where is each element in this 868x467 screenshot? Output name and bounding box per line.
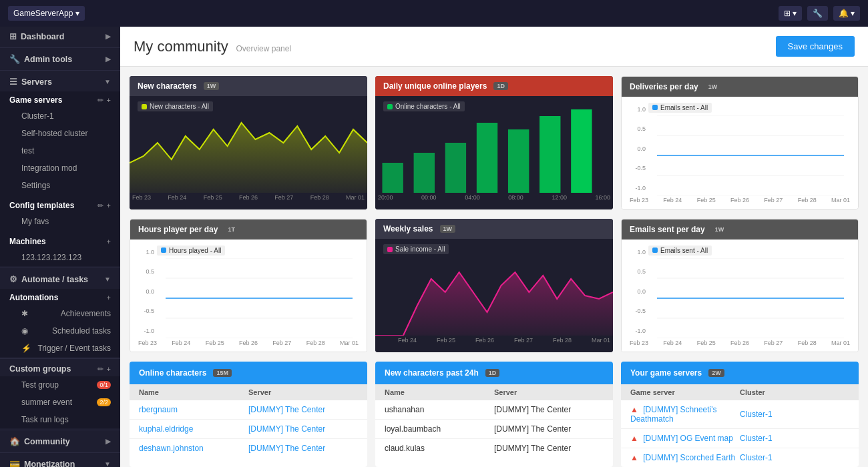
sidebar-item-automate[interactable]: ⚙ Automate / tasks ▼: [0, 270, 120, 289]
hours-player-legend-dot: [161, 248, 166, 253]
sidebar-item-self-hosted[interactable]: Self-hosted cluster: [0, 125, 120, 142]
deliveries-chart: Emails sent - All: [648, 102, 853, 195]
page-title: My community: [134, 38, 228, 55]
sidebar-item-machine-ip[interactable]: 123.123.123.123: [0, 249, 120, 266]
svg-rect-3: [445, 143, 466, 193]
settings-label: Settings: [21, 181, 50, 190]
hours-player-svg: [157, 258, 361, 338]
sidebar-item-community[interactable]: 🏠 Community ▶: [0, 432, 120, 451]
sidebar-item-settings[interactable]: Settings: [0, 177, 120, 194]
custom-groups-actions: ✏ +: [97, 365, 111, 374]
daily-unique-title: Daily unique online players: [383, 81, 487, 91]
trigger-icon: ⚡: [21, 344, 31, 353]
row1-name-link[interactable]: rbergnaum: [139, 405, 178, 414]
sidebar-item-admin-tools[interactable]: 🔧 Admin tools ▶: [0, 49, 120, 69]
machines-actions: +: [107, 238, 111, 246]
new-characters-chart: New characters - All Feb 23F: [130, 96, 367, 209]
weekly-sales-period: 1W: [440, 225, 456, 233]
gs-row3-cluster-link[interactable]: Cluster-1: [740, 453, 773, 462]
gs-row1-link[interactable]: [DUMMY] Schneeti's Deathmatch: [630, 405, 717, 424]
deliveries-legend: Emails sent - All: [648, 103, 712, 113]
gs-row2-name: ▲ [DUMMY] OG Event map: [630, 434, 740, 443]
automate-arrow: ▼: [104, 276, 111, 283]
game-servers-col-cluster: Cluster: [740, 388, 849, 396]
gs-row1-cluster-link[interactable]: Cluster-1: [740, 410, 773, 419]
row2-name-link[interactable]: kuphal.eldridge: [139, 424, 193, 434]
sidebar-item-my-favs[interactable]: My favs: [0, 213, 120, 230]
gs-row2-cluster-link[interactable]: Cluster-1: [740, 434, 773, 443]
row2-server-link[interactable]: [DUMMY] The Center: [248, 424, 325, 434]
automations-label: Automations: [9, 293, 58, 302]
emails-per-day-period: 1W: [712, 225, 728, 234]
table-row: kuphal.eldridge [DUMMY] The Center: [130, 420, 367, 439]
config-templates-actions: ✏ +: [97, 201, 111, 210]
table-row: loyal.baumbach [DUMMY] The Center: [375, 420, 613, 439]
grid-icon-btn[interactable]: ⊞ ▾: [779, 6, 802, 21]
hours-player-legend: Hours played - All: [157, 246, 225, 256]
bell-icon-btn[interactable]: 🔔 ▾: [833, 6, 860, 21]
admin-tools-icon: 🔧: [9, 54, 20, 64]
trigger-event-label: Trigger / Event tasks: [37, 344, 111, 353]
row3-server: [DUMMY] The Center: [248, 444, 358, 453]
sidebar-item-summer-event[interactable]: summer event 2/2: [0, 394, 120, 411]
new-chars-24h-table-header: New characters past 24h 1D: [375, 362, 613, 384]
sidebar-item-test[interactable]: test: [0, 142, 120, 159]
task-run-logs-label: Task run logs: [21, 415, 69, 424]
custom-groups-submenu: Test group 0/1 summer event 2/2 Task run…: [0, 376, 120, 428]
sidebar-item-test-group[interactable]: Test group 0/1: [0, 376, 120, 394]
sidebar-item-dashboard[interactable]: ⊞ Dashboard ▶: [0, 27, 120, 46]
add-icon[interactable]: +: [107, 96, 111, 105]
sidebar-item-achievements[interactable]: ✱ Achievements: [0, 305, 120, 322]
automations-add-icon[interactable]: +: [107, 294, 111, 302]
save-changes-button[interactable]: Save changes: [776, 36, 855, 57]
sidebar-item-monetization[interactable]: 💳 Monetization ▼: [0, 454, 120, 467]
edit-icon[interactable]: ✏: [97, 96, 103, 105]
emails-per-day-chart-inner: 1.0 0.5 0.0 -0.5 -1.0 Emails sent - All: [627, 245, 853, 338]
svg-rect-6: [539, 116, 560, 193]
config-edit-icon[interactable]: ✏: [97, 201, 103, 210]
content-area: My community Overview panel Save changes…: [120, 27, 868, 467]
row1-server-link[interactable]: [DUMMY] The Center: [248, 405, 325, 414]
gs-row3-link[interactable]: [DUMMY] Scorched Earth: [643, 453, 735, 462]
nc-row1-server: [DUMMY] The Center: [494, 405, 604, 414]
sidebar-item-task-run-logs[interactable]: Task run logs: [0, 411, 120, 428]
new-characters-card: New characters 1W New characters - All: [130, 76, 367, 209]
config-add-icon[interactable]: +: [107, 201, 111, 210]
custom-groups-add-icon[interactable]: +: [107, 365, 111, 374]
integration-mod-label: Integration mod: [21, 163, 77, 173]
game-servers-table: Your game servers 2W Game server Cluster…: [621, 362, 859, 467]
bell-dropdown-arrow: ▾: [851, 9, 855, 18]
gs-row2-link[interactable]: [DUMMY] OG Event map: [643, 434, 733, 443]
summer-event-label: summer event: [21, 398, 72, 407]
nc-row2-name: loyal.baumbach: [385, 424, 494, 434]
row3-name-link[interactable]: deshawn.johnston: [139, 444, 204, 453]
game-servers-col-name: Game server: [630, 388, 740, 396]
charts-row-2: Hours player per day 1T 1.0 0.5 0.0 -0.5…: [120, 219, 868, 362]
topbar-left: GameServerApp ▾: [8, 6, 85, 21]
custom-groups-edit-icon[interactable]: ✏: [97, 365, 103, 374]
community-arrow: ▶: [105, 438, 111, 445]
sidebar-item-trigger-event[interactable]: ⚡ Trigger / Event tasks: [0, 340, 120, 357]
tables-row: Online characters 15M Name Server rbergn…: [120, 362, 868, 467]
emails-per-day-card: Emails sent per day 1W 1.0 0.5 0.0 -0.5 …: [621, 219, 859, 352]
sidebar-item-cluster1[interactable]: Cluster-1: [0, 107, 120, 125]
sidebar-item-servers[interactable]: ☰ Servers ▼: [0, 72, 120, 91]
emails-per-day-header: Emails sent per day 1W: [622, 219, 858, 240]
achievements-label: Achievements: [61, 309, 111, 318]
new-chars-24h-period: 1D: [485, 369, 500, 377]
sidebar-item-scheduled-tasks[interactable]: ◉ Scheduled tasks: [0, 322, 120, 340]
emails-per-day-chart-area: 1.0 0.5 0.0 -0.5 -1.0 Emails sent - All: [622, 240, 858, 352]
machines-add-icon[interactable]: +: [107, 238, 111, 246]
app-selector[interactable]: GameServerApp ▾: [8, 6, 85, 21]
wrench-icon-btn[interactable]: 🔧: [807, 6, 828, 21]
new-characters-legend-dot: [142, 104, 147, 109]
sidebar-item-integration-mod[interactable]: Integration mod: [0, 159, 120, 177]
new-characters-x-axis: Feb 23Feb 24Feb 25Feb 26Feb 27Feb 28Mar …: [130, 193, 367, 201]
custom-groups-label: Custom groups: [9, 364, 71, 374]
deliveries-title: Deliveries per day: [630, 82, 698, 91]
row3-server-link[interactable]: [DUMMY] The Center: [248, 444, 325, 453]
new-chars-24h-table-title: New characters past 24h: [385, 368, 479, 378]
bell-icon: 🔔: [839, 9, 849, 18]
achievements-icon: ✱: [21, 309, 28, 318]
test-group-label: Test group: [21, 380, 59, 390]
